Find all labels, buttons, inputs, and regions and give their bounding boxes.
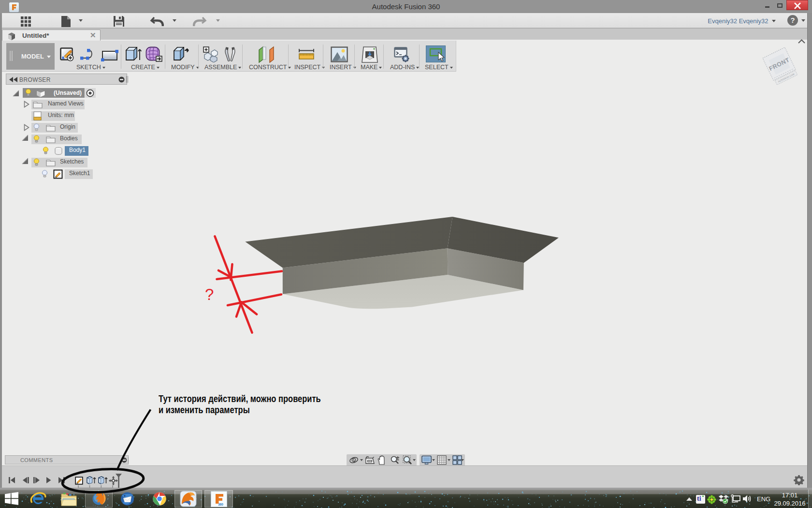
- svg-text:?: ?: [205, 285, 214, 303]
- svg-text:360: 360: [218, 503, 223, 506]
